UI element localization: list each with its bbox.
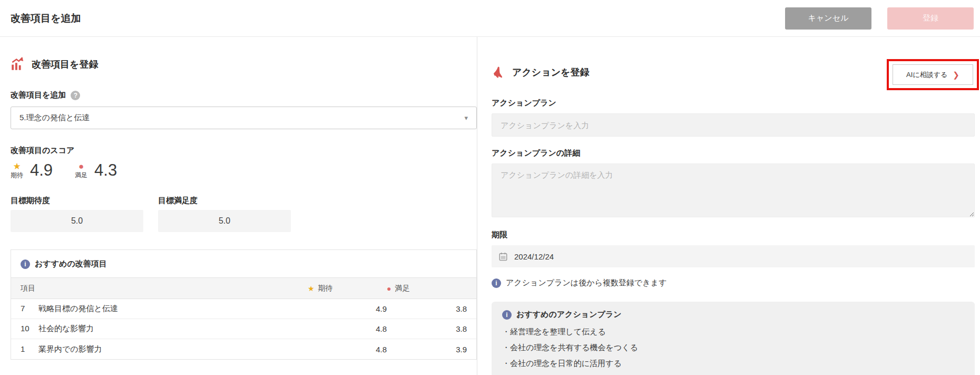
col-header-expect: ★ 期待 [308, 284, 387, 293]
cancel-button[interactable]: キャンセル [785, 7, 871, 30]
row-number: 1 [21, 344, 30, 354]
ask-ai-label: AIに相談する [906, 70, 947, 80]
action-section: アクションを登録 AIに相談する ❯ アクションプラン アクションプランの詳細 … [477, 37, 980, 375]
dot-icon: ● [387, 284, 391, 293]
score-label: 改善項目のスコア [11, 146, 477, 156]
table-row[interactable]: 7 戦略目標の発信と伝達 4.9 3.8 [11, 299, 476, 319]
goal-satisfy-label: 目標満足度 [158, 196, 291, 206]
dot-icon: ● [79, 162, 84, 172]
improvement-section-header: 改善項目を登録 [11, 57, 477, 71]
star-icon: ★ [13, 162, 21, 172]
note-text: アクションプランは後から複数登録できます [506, 278, 667, 288]
goal-satisfy-input[interactable] [158, 210, 291, 232]
row-item-name: 社会的な影響力 [38, 324, 94, 334]
action-plan-input[interactable] [492, 113, 975, 137]
row-number: 7 [21, 304, 30, 314]
row-item-name: 戦略目標の発信と伝達 [38, 304, 118, 314]
action-plan-detail-textarea[interactable] [492, 164, 975, 217]
row-expect-value: 4.9 [308, 304, 387, 313]
table-row[interactable]: 10 社会的な影響力 4.8 3.8 [11, 319, 476, 339]
table-header-row: 項目 ★ 期待 ● 満足 [11, 277, 476, 299]
deadline-label: 期限 [492, 230, 975, 240]
row-number: 10 [21, 324, 30, 334]
recommend-items-title: おすすめの改善項目 [35, 259, 107, 269]
main-content: 改善項目を登録 改善項目を追加 ? 5.理念の発信と伝達 ▾ 改善項目のスコア … [0, 37, 980, 375]
action-plan-label: アクションプラン [492, 98, 975, 108]
calendar-icon [498, 252, 508, 261]
row-item-name: 業界内での影響力 [38, 344, 102, 354]
col-header-item: 項目 [21, 284, 308, 293]
chevron-down-icon: ▾ [464, 114, 468, 122]
info-icon: i [21, 259, 30, 269]
expect-score-value: 4.9 [30, 161, 53, 180]
score-row: ★ 期待 4.9 ● 満足 4.3 [11, 161, 477, 180]
col-header-satisfy-label: 満足 [395, 284, 409, 293]
recommend-action-item: ・会社の理念を共有する機会をつくる [502, 340, 964, 355]
item-select-label: 改善項目を追加 [11, 90, 66, 100]
goal-expect-input[interactable] [11, 210, 143, 232]
megaphone-icon [492, 65, 505, 79]
action-section-title: アクションを登録 [512, 66, 590, 79]
improvement-item-select[interactable]: 5.理念の発信と伝達 ▾ [11, 107, 477, 129]
ask-ai-button[interactable]: AIに相談する ❯ [893, 64, 973, 85]
help-icon[interactable]: ? [71, 91, 80, 100]
improvement-section-title: 改善項目を登録 [32, 58, 98, 71]
recommend-action-box: i おすすめのアクションプラン ・経営理念を整理して伝える ・会社の理念を共有す… [492, 302, 975, 375]
expect-caption: 期待 [11, 172, 23, 179]
goal-expect-label: 目標期待度 [11, 196, 143, 206]
chevron-right-icon: ❯ [953, 70, 959, 80]
deadline-date-field[interactable]: 2024/12/24 [492, 245, 975, 267]
improvement-section: 改善項目を登録 改善項目を追加 ? 5.理念の発信と伝達 ▾ 改善項目のスコア … [0, 37, 477, 375]
recommend-items-title-row: i おすすめの改善項目 [11, 250, 476, 277]
expect-badge: ★ 期待 [11, 162, 23, 179]
page-title: 改善項目を追加 [11, 12, 81, 25]
satisfy-score-value: 4.3 [94, 161, 117, 180]
goal-expect-block: 目標期待度 [11, 196, 143, 232]
row-satisfy-value: 3.9 [387, 345, 467, 354]
recommend-action-title: おすすめのアクションプラン [516, 310, 622, 320]
recommend-items-table: i おすすめの改善項目 項目 ★ 期待 ● 満足 7 戦略目標の発信と伝達 [11, 249, 477, 360]
recommend-action-item: ・会社の理念を日常的に活用する [502, 355, 964, 371]
row-expect-value: 4.8 [308, 324, 387, 333]
deadline-value: 2024/12/24 [514, 252, 554, 261]
row-expect-value: 4.8 [308, 345, 387, 354]
table-row[interactable]: 1 業界内での影響力 4.8 3.9 [11, 339, 476, 359]
col-header-expect-label: 期待 [318, 284, 333, 293]
annotation-highlight: AIに相談する ❯ [887, 59, 979, 90]
satisfy-badge: ● 満足 [75, 162, 87, 179]
goal-satisfy-block: 目標満足度 [158, 196, 291, 232]
star-icon: ★ [308, 284, 315, 293]
col-header-satisfy: ● 満足 [387, 284, 467, 293]
row-satisfy-value: 3.8 [387, 324, 467, 333]
header-actions: キャンセル 登録 [785, 7, 974, 30]
goal-row: 目標期待度 目標満足度 [11, 196, 477, 232]
satisfy-caption: 満足 [75, 172, 87, 179]
page-header: 改善項目を追加 キャンセル 登録 [0, 0, 980, 37]
submit-button[interactable]: 登録 [887, 7, 974, 30]
note-row: i アクションプランは後から複数登録できます [492, 278, 975, 288]
recommend-action-title-row: i おすすめのアクションプラン [502, 310, 964, 320]
improvement-item-selected-value: 5.理念の発信と伝達 [19, 113, 90, 123]
recommend-action-item: ・経営理念を整理して伝える [502, 324, 964, 340]
chart-icon [11, 57, 25, 71]
info-icon: i [502, 310, 512, 320]
action-plan-detail-label: アクションプランの詳細 [492, 148, 975, 158]
row-satisfy-value: 3.8 [387, 304, 467, 313]
info-icon: i [492, 278, 501, 288]
